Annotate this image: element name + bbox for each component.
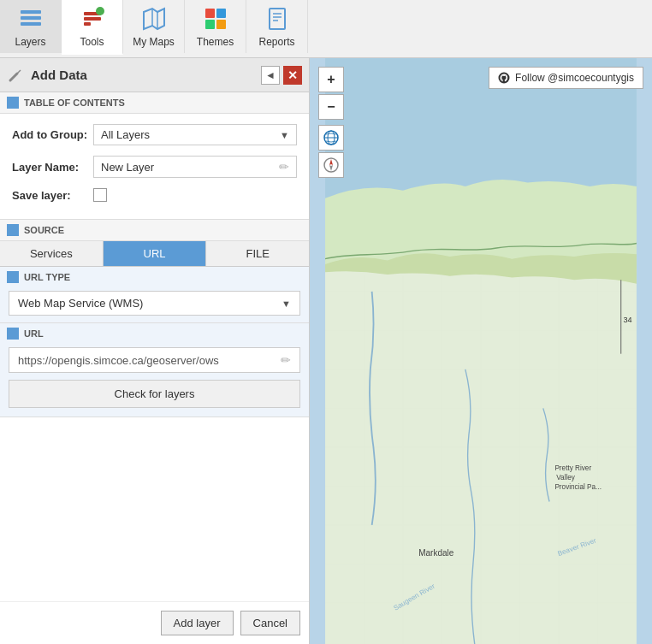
url-type-value: Web Map Service (WMS) — [18, 297, 282, 310]
panel-title: Add Data — [31, 68, 261, 82]
left-panel: Add Data ◄ ✕ TABLE OF CONTENTS Add to Gr… — [0, 58, 310, 644]
svg-rect-10 — [216, 9, 226, 18]
layers-icon — [17, 5, 44, 32]
map-area[interactable]: Markdale Pretty River Valley Provincial … — [310, 58, 652, 644]
layer-name-value: New Layer — [101, 161, 279, 174]
tools-icon — [79, 5, 106, 32]
toc-label: TABLE OF CONTENTS — [0, 92, 309, 114]
nav-layers[interactable]: Layers — [0, 0, 62, 53]
url-type-section: URL TYPE Web Map Service (WMS) ▼ — [0, 267, 309, 323]
tab-file[interactable]: FILE — [206, 241, 309, 266]
toc-label-text: TABLE OF CONTENTS — [24, 97, 125, 108]
wrench-icon — [7, 67, 24, 84]
nav-mymaps-label: My Maps — [133, 36, 175, 48]
nav-tools[interactable]: Tools — [62, 0, 123, 55]
svg-rect-2 — [21, 22, 41, 26]
globe-button[interactable] — [318, 125, 344, 151]
save-layer-checkbox[interactable] — [93, 188, 107, 202]
map-svg: Markdale Pretty River Valley Provincial … — [310, 58, 652, 644]
zoom-out-button[interactable]: − — [318, 94, 344, 120]
cancel-button[interactable]: Cancel — [240, 611, 300, 635]
nav-mymaps[interactable]: My Maps — [123, 0, 185, 53]
svg-rect-4 — [84, 17, 101, 21]
check-layers-button[interactable]: Check for layers — [9, 380, 300, 408]
nav-tools-label: Tools — [80, 36, 104, 48]
zoom-in-button[interactable]: + — [318, 67, 344, 92]
svg-marker-6 — [144, 9, 164, 29]
svg-rect-1 — [21, 16, 41, 20]
github-icon — [498, 72, 510, 84]
add-to-group-value: All Layers — [101, 128, 280, 141]
layer-name-row: Layer Name: New Layer ✏ — [12, 156, 297, 178]
save-layer-row: Save layer: — [12, 188, 297, 202]
panel-collapse-button[interactable]: ◄ — [261, 66, 280, 85]
map-controls: + − — [318, 67, 344, 178]
svg-text:Markdale: Markdale — [418, 548, 454, 558]
url-type-label: URL TYPE — [0, 267, 309, 287]
svg-rect-5 — [84, 22, 91, 26]
github-label: Follow @simcoecountygis — [515, 72, 634, 84]
svg-text:Valley: Valley — [556, 474, 576, 482]
tab-services[interactable]: Services — [0, 241, 104, 266]
url-type-label-text: URL TYPE — [24, 272, 70, 282]
url-label-text: URL — [24, 328, 44, 339]
url-value: https://opengis.simcoe.ca/geoserver/ows — [18, 354, 281, 367]
source-tabs: Services URL FILE — [0, 241, 309, 267]
svg-rect-11 — [205, 20, 215, 29]
url-label: URL — [0, 323, 309, 344]
compass-icon — [323, 157, 340, 174]
svg-rect-12 — [216, 20, 226, 29]
top-navigation: Layers Tools My M — [0, 0, 652, 58]
source-label: SOURCE — [0, 219, 309, 241]
add-to-group-label: Add to Group: — [12, 128, 93, 141]
add-to-group-select[interactable]: All Layers ▼ — [93, 124, 297, 145]
form-area: Add to Group: All Layers ▼ Layer Name: N… — [0, 114, 309, 219]
nav-themes-label: Themes — [197, 36, 234, 48]
reports-icon — [264, 5, 291, 32]
mymaps-icon — [140, 5, 168, 32]
compass-button[interactable] — [318, 152, 344, 178]
panel-header: Add Data ◄ ✕ — [0, 58, 309, 92]
url-type-arrow-icon: ▼ — [282, 298, 291, 309]
svg-text:Provincial Pa...: Provincial Pa... — [554, 483, 602, 491]
layer-name-label: Layer Name: — [12, 161, 93, 174]
themes-icon — [202, 5, 229, 32]
url-type-icon — [7, 271, 19, 283]
svg-line-17 — [10, 74, 17, 80]
add-layer-button[interactable]: Add layer — [161, 611, 234, 635]
save-layer-label: Save layer: — [12, 189, 93, 202]
nav-themes[interactable]: Themes — [185, 0, 246, 53]
main-area: Add Data ◄ ✕ TABLE OF CONTENTS Add to Gr… — [0, 58, 652, 644]
url-input[interactable]: https://opengis.simcoe.ca/geoserver/ows … — [9, 347, 300, 373]
url-type-select[interactable]: Web Map Service (WMS) ▼ — [9, 291, 300, 316]
tab-url[interactable]: URL — [104, 241, 207, 266]
nav-reports-label: Reports — [258, 36, 294, 48]
svg-rect-0 — [21, 10, 41, 14]
svg-rect-36 — [325, 269, 637, 644]
dropdown-arrow-icon: ▼ — [280, 130, 289, 140]
url-icon — [7, 328, 19, 340]
svg-marker-49 — [329, 159, 333, 165]
layer-name-input[interactable]: New Layer ✏ — [93, 156, 297, 178]
nav-reports[interactable]: Reports — [246, 0, 308, 53]
svg-marker-50 — [329, 165, 333, 171]
svg-rect-9 — [205, 9, 215, 18]
edit-icon: ✏ — [279, 160, 289, 174]
url-edit-icon: ✏ — [281, 353, 291, 367]
action-buttons: Add layer Cancel — [0, 601, 309, 644]
source-label-text: SOURCE — [24, 225, 64, 235]
url-section: URL https://opengis.simcoe.ca/geoserver/… — [0, 323, 309, 417]
svg-text:34: 34 — [623, 316, 631, 324]
svg-text:Pretty River: Pretty River — [554, 464, 591, 472]
add-to-group-row: Add to Group: All Layers ▼ — [12, 124, 297, 145]
toc-icon — [7, 97, 19, 109]
globe-icon — [323, 129, 340, 146]
svg-point-51 — [499, 73, 510, 84]
nav-layers-label: Layers — [15, 36, 45, 48]
source-icon — [7, 224, 19, 236]
panel-close-button[interactable]: ✕ — [283, 66, 302, 85]
github-follow-button[interactable]: Follow @simcoecountygis — [489, 67, 643, 89]
svg-rect-13 — [270, 9, 285, 29]
